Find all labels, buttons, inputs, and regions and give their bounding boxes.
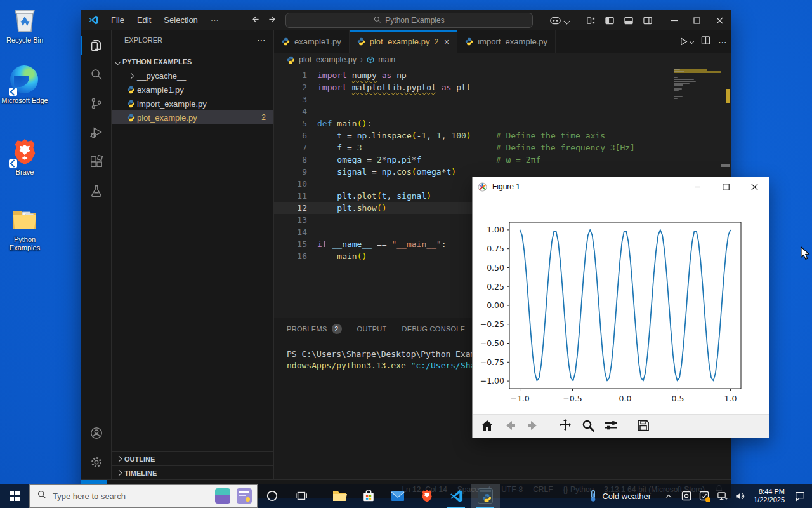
more-actions-icon[interactable]: ⋯ (257, 35, 266, 45)
breadcrumb-symbol[interactable]: main (378, 55, 395, 64)
desktop-icon-recycle-bin[interactable]: Recycle Bin (0, 5, 49, 44)
toggle-panel-icon[interactable] (619, 10, 638, 30)
file-explorer-icon[interactable] (325, 484, 354, 508)
minimize-icon[interactable] (683, 177, 712, 196)
action-center-icon[interactable] (793, 484, 807, 508)
timeline-section[interactable]: TIMELINE (112, 465, 273, 479)
code-token: ) (451, 167, 456, 177)
pan-icon[interactable] (558, 418, 572, 435)
tab-example1-py[interactable]: example1.py (274, 30, 350, 53)
code-line[interactable]: 6 t = np.linspace(-1, 1, 100) # Define t… (274, 130, 731, 142)
toggle-sidebar-icon[interactable] (600, 10, 619, 30)
taskbar-clock[interactable]: 8:44 PM 1/22/2025 (754, 488, 785, 504)
close-icon[interactable] (740, 177, 769, 196)
network-icon[interactable] (715, 484, 729, 508)
figure-window[interactable]: Figure 1 −1.0−0.50.00.51.01.000.750.500.… (472, 177, 769, 438)
python-file-icon (124, 114, 137, 122)
python-terminal-icon[interactable] (471, 484, 500, 508)
figure-canvas[interactable]: −1.0−0.50.00.51.01.000.750.500.250.00−0.… (473, 196, 769, 414)
breadcrumb-file[interactable]: plot_example.py (299, 55, 357, 64)
zoom-to-rect-icon[interactable] (581, 418, 595, 435)
save-icon[interactable] (636, 418, 650, 435)
minimap[interactable] (674, 69, 722, 145)
menu-item-file[interactable]: File (105, 13, 130, 27)
cortana-icon[interactable] (258, 484, 287, 508)
tree-item---pycache--[interactable]: __pycache__ (112, 69, 273, 83)
desktop-icon-python-examples[interactable]: Python Examples (0, 204, 49, 252)
minimize-icon[interactable] (662, 10, 685, 30)
forward-arrow-icon[interactable] (268, 15, 278, 26)
code-line[interactable]: 5def main(): (274, 117, 731, 130)
volume-icon[interactable] (733, 484, 747, 508)
search-highlight-card-icon[interactable] (237, 488, 252, 504)
run-dropdown-icon[interactable] (690, 39, 694, 44)
account-icon[interactable] (81, 418, 112, 448)
more-actions-icon[interactable]: ⋯ (718, 37, 727, 47)
editor-scrollbar[interactable] (721, 164, 730, 167)
close-icon[interactable]: × (444, 37, 449, 47)
cosine-plot: −1.0−0.50.00.51.01.000.750.500.250.00−0.… (473, 196, 769, 414)
outline-section[interactable]: OUTLINE (112, 451, 273, 465)
split-editor-icon[interactable] (701, 36, 710, 48)
brave-icon[interactable] (412, 484, 442, 508)
start-button[interactable] (0, 484, 29, 508)
desktop-icon-brave[interactable]: Brave (0, 137, 49, 177)
desktop-icon-edge[interactable]: Microsoft Edge (0, 65, 49, 105)
code-line[interactable]: 8 omega = 2*np.pi*f # ω = 2πf (274, 154, 731, 166)
tray-chevron-icon[interactable] (662, 484, 676, 508)
panel-tab-debug-console[interactable]: DEBUG CONSOLE (402, 318, 466, 340)
explorer-icon[interactable] (81, 30, 112, 60)
code-line[interactable]: 7 f = 3 # Define the frequency 3[Hz] (274, 142, 731, 154)
code-line[interactable]: 2import matplotlib.pyplot as plt (274, 81, 731, 93)
figure-titlebar[interactable]: Figure 1 (473, 177, 769, 196)
vscode-icon[interactable] (442, 484, 471, 508)
panel-tab-output[interactable]: OUTPUT (357, 318, 387, 340)
menu-item-more[interactable]: ⋯ (205, 13, 225, 27)
tab-import-example-py[interactable]: import_example.py (457, 30, 556, 53)
panel-tab-problems[interactable]: PROBLEMS2 (287, 318, 342, 340)
extensions-icon[interactable] (81, 147, 112, 177)
tree-root-folder[interactable]: PYTHON EXAMPLES (112, 55, 273, 69)
code-line[interactable]: 4 (274, 105, 731, 117)
tree-item-import-example-py[interactable]: import_example.py (112, 97, 273, 110)
copilot-chevron-icon[interactable] (565, 15, 573, 26)
configure-subplots-icon[interactable] (604, 418, 618, 435)
code-line[interactable]: 1import numpy as np (274, 69, 731, 81)
run-debug-icon[interactable] (81, 118, 112, 147)
close-icon[interactable] (708, 10, 731, 30)
task-view-icon[interactable] (287, 484, 316, 508)
back-arrow-icon[interactable] (250, 15, 259, 26)
recycle-bin-icon (10, 5, 39, 34)
tree-item-example1-py[interactable]: example1.py (112, 83, 273, 97)
tab-plot-example-py[interactable]: plot_example.py2× (350, 30, 458, 53)
customize-layout-icon[interactable] (581, 10, 600, 30)
command-center-search[interactable]: Python Examples (285, 13, 533, 28)
source-control-icon[interactable] (81, 89, 112, 118)
menu-item-selection[interactable]: Selection (158, 13, 203, 27)
menu-item-edit[interactable]: Edit (131, 13, 157, 27)
toggle-secondary-sidebar-icon[interactable] (638, 10, 657, 30)
tree-item-plot-example-py[interactable]: plot_example.py2 (112, 110, 273, 124)
taskbar-search[interactable]: Type here to search (29, 484, 258, 508)
tray-app-icon[interactable] (679, 484, 693, 508)
forward-icon[interactable] (526, 418, 540, 435)
search-icon[interactable] (81, 60, 112, 89)
back-icon[interactable] (503, 418, 517, 435)
maximize-icon[interactable] (685, 10, 708, 30)
microsoft-store-icon[interactable] (354, 484, 383, 508)
line-number: 7 (274, 142, 307, 154)
code-line[interactable]: 3 (274, 93, 731, 105)
testing-icon[interactable] (81, 177, 112, 206)
mail-icon[interactable] (383, 484, 412, 508)
weather-widget[interactable]: Cold weather (589, 490, 651, 502)
home-icon[interactable] (480, 418, 494, 435)
run-button[interactable] (679, 37, 693, 46)
code-token: plt (337, 191, 351, 201)
tray-notify-icon[interactable] (697, 484, 711, 508)
settings-gear-icon[interactable] (81, 448, 112, 477)
breadcrumb[interactable]: plot_example.py › main (274, 53, 731, 67)
maximize-icon[interactable] (712, 177, 740, 196)
search-highlight-clapper-icon[interactable] (215, 488, 230, 504)
toolbar-separator (549, 419, 549, 434)
copilot-icon[interactable] (546, 10, 565, 30)
